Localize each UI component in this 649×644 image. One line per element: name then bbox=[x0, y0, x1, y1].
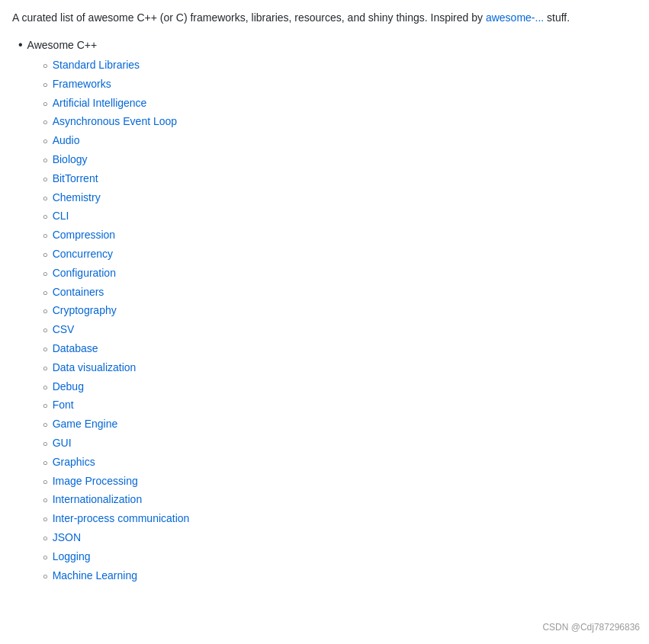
sub-item-link[interactable]: Containers bbox=[53, 284, 104, 302]
sub-item-link[interactable]: Chemistry bbox=[53, 189, 101, 207]
list-item: Logging bbox=[43, 548, 637, 566]
sub-item-link[interactable]: Logging bbox=[53, 548, 91, 566]
sub-item-link[interactable]: Configuration bbox=[53, 264, 116, 283]
sub-item-link[interactable]: Frameworks bbox=[53, 75, 111, 94]
list-item: Machine Learning bbox=[43, 567, 637, 585]
sub-item-link[interactable]: GUI bbox=[53, 434, 72, 453]
list-item: Data visualization bbox=[43, 359, 637, 377]
sub-item-link[interactable]: Asynchronous Event Loop bbox=[53, 113, 177, 131]
sub-item-link[interactable]: Data visualization bbox=[53, 359, 137, 377]
list-item: Asynchronous Event Loop bbox=[43, 113, 637, 131]
list-item: Artificial Intelligence bbox=[43, 95, 637, 113]
list-item: Internationalization bbox=[43, 491, 637, 509]
list-item: Cryptography bbox=[43, 302, 637, 320]
intro-paragraph: A curated list of awesome C++ (or C) fra… bbox=[12, 9, 637, 26]
top-list: Awesome C++ Standard LibrariesFrameworks… bbox=[12, 35, 637, 585]
list-item: Graphics bbox=[43, 453, 637, 472]
list-item: Font bbox=[43, 396, 637, 415]
list-item: Database bbox=[43, 340, 637, 358]
sub-item-link[interactable]: Audio bbox=[53, 132, 80, 150]
sub-item-link[interactable]: Machine Learning bbox=[53, 567, 137, 585]
list-item: Frameworks bbox=[43, 75, 637, 94]
list-item: GUI bbox=[43, 434, 637, 453]
sub-item-link[interactable]: Game Engine bbox=[53, 415, 118, 434]
sub-item-link[interactable]: Artificial Intelligence bbox=[53, 95, 147, 113]
sub-item-link[interactable]: CLI bbox=[53, 207, 69, 226]
list-item: JSON bbox=[43, 529, 637, 547]
list-item: Chemistry bbox=[43, 189, 637, 207]
list-item: Game Engine bbox=[43, 415, 637, 434]
list-item: Standard Libraries bbox=[43, 56, 637, 75]
sub-item-link[interactable]: Compression bbox=[53, 226, 115, 245]
list-item: CLI bbox=[43, 207, 637, 226]
list-item: Concurrency bbox=[43, 245, 637, 264]
sub-item-link[interactable]: Debug bbox=[53, 378, 84, 396]
list-item: Image Processing bbox=[43, 473, 637, 491]
sub-item-link[interactable]: Concurrency bbox=[53, 245, 113, 264]
list-item: CSV bbox=[43, 321, 637, 339]
top-list-item: Awesome C++ Standard LibrariesFrameworks… bbox=[18, 35, 637, 585]
sub-item-link[interactable]: CSV bbox=[53, 321, 75, 339]
sub-item-link[interactable]: Biology bbox=[53, 151, 88, 169]
sub-list: Standard LibrariesFrameworksArtificial I… bbox=[18, 56, 637, 585]
sub-item-link[interactable]: Internationalization bbox=[53, 491, 143, 509]
sub-item-link[interactable]: Standard Libraries bbox=[53, 56, 140, 75]
sub-item-link[interactable]: JSON bbox=[53, 529, 81, 547]
sub-item-link[interactable]: Graphics bbox=[53, 453, 95, 472]
list-item: Containers bbox=[43, 284, 637, 302]
sub-item-link[interactable]: Font bbox=[53, 396, 74, 415]
list-item: BitTorrent bbox=[43, 170, 637, 188]
top-item-label: Awesome C++ bbox=[27, 37, 98, 53]
list-item: Audio bbox=[43, 132, 637, 150]
list-item: Inter-process communication bbox=[43, 510, 637, 528]
awesome-link[interactable]: awesome-... bbox=[486, 11, 544, 24]
sub-item-link[interactable]: Cryptography bbox=[53, 302, 117, 320]
list-item: Debug bbox=[43, 378, 637, 396]
list-item: Biology bbox=[43, 151, 637, 169]
sub-item-link[interactable]: Database bbox=[53, 340, 98, 358]
list-item: Configuration bbox=[43, 264, 637, 283]
list-item: Compression bbox=[43, 226, 637, 245]
sub-item-link[interactable]: Inter-process communication bbox=[53, 510, 190, 528]
sub-item-link[interactable]: BitTorrent bbox=[53, 170, 98, 188]
sub-item-link[interactable]: Image Processing bbox=[53, 473, 138, 491]
